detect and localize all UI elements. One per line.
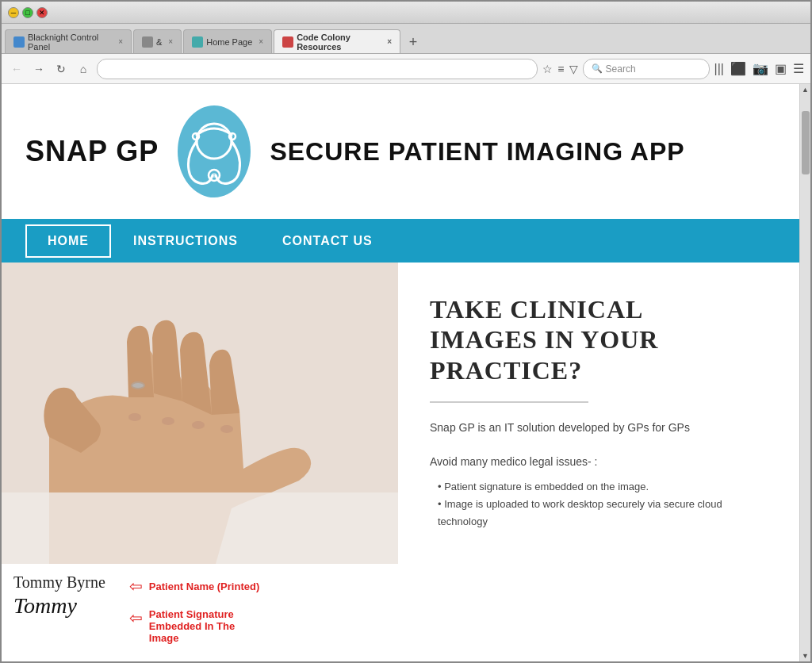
tab-homepage[interactable]: Home Page ×	[183, 29, 272, 53]
nav-item-contact[interactable]: CONTACT US	[260, 223, 395, 259]
hero-text: TAKE CLINICAL IMAGES IN YOUR PRACTICE? S…	[398, 263, 799, 653]
hero-list-heading: Avoid many medico legal issues- :	[430, 453, 768, 470]
tab-close-amp[interactable]: ×	[168, 37, 173, 46]
svg-point-10	[162, 417, 174, 425]
minimize-button[interactable]: ─	[8, 7, 19, 18]
search-box[interactable]: 🔍 Search	[583, 59, 710, 79]
tab-favicon-home	[192, 36, 203, 48]
browser-window: ─ □ ✕ Blacknight Control Panel × & × Hom…	[0, 0, 812, 663]
site-title-right: SECURE PATIENT IMAGING APP	[270, 137, 684, 167]
svg-point-3	[212, 173, 216, 178]
tab-label-amp: &	[156, 37, 162, 47]
site-header: SNAP GP	[2, 84, 799, 219]
tab-label-home: Home Page	[206, 37, 252, 47]
hero-list-item-2: Image is uploaded to work desktop secure…	[430, 496, 768, 531]
tab-favicon-colony	[282, 36, 293, 48]
tab-codecolony[interactable]: Code Colony Resources ×	[274, 29, 400, 53]
caption-label-text-2: Patient Signature Embedded In The Image	[149, 608, 235, 644]
hero-list-item-1: Patient signature is embedded on the ima…	[430, 478, 768, 496]
reader-icon[interactable]: ≡	[557, 63, 564, 75]
hero-image-area: Tommy Byrne Tommy ⇦ Patient Name (Printe…	[2, 263, 398, 653]
tab-label-colony: Code Colony Resources	[297, 33, 381, 52]
svg-rect-13	[2, 492, 398, 564]
tab-blacknight[interactable]: Blacknight Control Panel ×	[5, 29, 132, 53]
scrollbar-up-arrow[interactable]: ▲	[800, 84, 811, 95]
close-button[interactable]: ✕	[36, 7, 48, 18]
tab-close-colony[interactable]: ×	[387, 37, 392, 46]
back-button[interactable]: ←	[8, 60, 25, 78]
tab-label-blacknight: Blacknight Control Panel	[28, 33, 112, 52]
tab-favicon-amp	[142, 36, 153, 48]
address-bar: ← → ↻ ⌂ ☆ ≡ ▽ 🔍 Search ||| ⬛ 📷 ▣ ☰	[2, 54, 810, 84]
address-toolbar: ☆ ≡ ▽	[542, 63, 577, 75]
new-tab-button[interactable]: +	[402, 31, 424, 53]
title-bar: ─ □ ✕	[2, 2, 810, 24]
restore-button[interactable]: □	[22, 7, 33, 18]
hero-divider	[430, 401, 588, 403]
caption-labels: ⇦ Patient Name (Printed) ⇦ Patient Signa…	[129, 573, 259, 644]
image-caption: Tommy Byrne Tommy ⇦ Patient Name (Printe…	[2, 564, 398, 653]
arrow-icon-2: ⇦	[129, 608, 143, 627]
pocket-icon[interactable]: ▽	[569, 63, 578, 75]
hand-image	[2, 263, 398, 564]
hero-section: Tommy Byrne Tommy ⇦ Patient Name (Printe…	[2, 263, 799, 653]
webpage: SNAP GP	[2, 84, 799, 661]
caption-label-text-1: Patient Name (Printed)	[149, 581, 259, 592]
address-input[interactable]	[97, 59, 538, 79]
caption-label-item-2: ⇦ Patient Signature Embedded In The Imag…	[129, 608, 259, 644]
search-icon: 🔍	[592, 63, 603, 74]
svg-point-11	[192, 421, 205, 429]
scrollbar-down-arrow[interactable]: ▼	[800, 650, 811, 661]
hero-heading: TAKE CLINICAL IMAGES IN YOUR PRACTICE?	[430, 294, 768, 385]
caption-printed-name: Tommy Byrne	[13, 573, 105, 592]
menu-icon[interactable]: ☰	[793, 61, 804, 76]
nav-item-home[interactable]: HOME	[25, 224, 111, 258]
hero-subtext: Snap GP is an IT solution developed by G…	[430, 419, 768, 436]
svg-point-8	[132, 383, 144, 388]
caption-name-area: Tommy Byrne Tommy	[13, 573, 105, 619]
tab-close-blacknight[interactable]: ×	[118, 37, 123, 46]
scrollbar[interactable]: ▲ ▼	[799, 84, 810, 661]
caption-label-item-1: ⇦ Patient Name (Printed)	[129, 577, 259, 596]
tab-favicon-blacknight	[13, 36, 25, 48]
hero-list: Patient signature is embedded on the ima…	[430, 478, 768, 531]
window-controls: ─ □ ✕	[8, 7, 48, 18]
nav-item-instructions[interactable]: INSTRUCTIONS	[111, 223, 260, 259]
tab-close-home[interactable]: ×	[259, 37, 263, 46]
bookmarks-icon[interactable]: |||	[714, 62, 724, 76]
toolbar-icons: ||| ⬛ 📷 ▣ ☰	[714, 61, 804, 76]
scrollbar-thumb[interactable]	[802, 111, 810, 174]
sidebar-toggle-icon[interactable]: ▣	[775, 61, 787, 76]
search-placeholder: Search	[606, 63, 636, 75]
home-button[interactable]: ⌂	[75, 60, 92, 78]
site-title-left: SNAP GP	[25, 135, 159, 168]
caption-signature: Tommy	[13, 593, 105, 619]
svg-point-0	[178, 105, 251, 197]
svg-point-12	[220, 425, 233, 433]
site-nav: HOME INSTRUCTIONS CONTACT US	[2, 219, 799, 263]
pocket-saved-icon[interactable]: ⬛	[730, 61, 746, 76]
reload-button[interactable]: ↻	[52, 60, 70, 78]
forward-button[interactable]: →	[30, 60, 48, 78]
screenshot-icon[interactable]: 📷	[753, 61, 768, 76]
bookmark-icon[interactable]: ☆	[542, 63, 553, 75]
arrow-icon-1: ⇦	[129, 577, 143, 596]
tab-ampersand[interactable]: & ×	[133, 29, 182, 53]
tab-bar: Blacknight Control Panel × & × Home Page…	[2, 24, 810, 54]
content-area: SNAP GP	[2, 84, 810, 661]
svg-point-9	[128, 413, 141, 421]
stethoscope-logo	[174, 100, 254, 203]
